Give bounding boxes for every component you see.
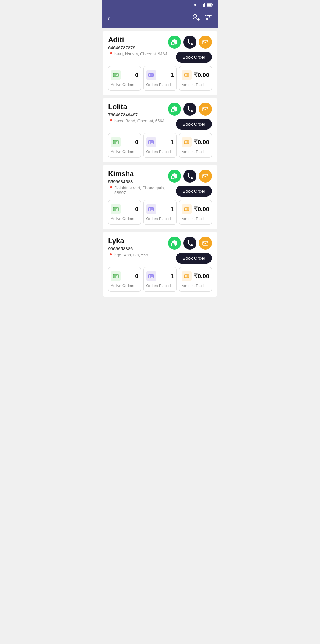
customer-phone-lolita: 766467849497 — [108, 112, 168, 117]
active-orders-box-aditi[interactable]: 0 Active Orders — [108, 66, 141, 91]
call-icon — [187, 39, 193, 45]
svg-point-71 — [186, 275, 187, 277]
email-button-lolita[interactable] — [199, 103, 212, 116]
customer-info-lyka: Lyka 9966658886 📍 hgg, Vhh, Gh, 556 — [108, 237, 168, 258]
email-icon — [202, 173, 209, 179]
email-icon — [202, 240, 209, 246]
amount-paid-value-kimsha: ₹0.00 — [194, 205, 209, 213]
active-orders-value-kimsha: 0 — [135, 206, 138, 213]
svg-point-13 — [206, 15, 207, 16]
customer-name-lyka: Lyka — [108, 237, 168, 245]
amount-paid-icon-aditi — [182, 70, 192, 80]
amount-paid-box-kimsha[interactable]: ₹0.00 Amount Paid — [179, 200, 212, 225]
svg-marker-3 — [201, 6, 201, 7]
amount-paid-icon-kimsha — [182, 204, 192, 214]
orders-placed-label-lolita: Orders Placed — [146, 149, 171, 154]
orders-placed-icon-kimsha — [146, 204, 156, 214]
whatsapp-button-lolita[interactable] — [168, 103, 181, 116]
customer-name-lolita: Lolita — [108, 103, 168, 111]
customer-phone-kimsha: 5596684588 — [108, 179, 168, 184]
active-orders-box-lolita[interactable]: 0 Active Orders — [108, 133, 141, 158]
call-button-aditi[interactable] — [183, 36, 196, 49]
orders-placed-value-aditi: 1 — [171, 72, 174, 79]
customer-phone-lyka: 9966658886 — [108, 246, 168, 251]
orders-placed-box-kimsha[interactable]: 1 Orders Placed — [143, 200, 176, 225]
add-user-icon[interactable] — [192, 13, 200, 23]
email-button-kimsha[interactable] — [199, 170, 212, 183]
amount-paid-top-kimsha: ₹0.00 — [182, 204, 209, 214]
amount-paid-svg — [184, 206, 189, 212]
location-icon-aditi: 📍 — [108, 52, 113, 57]
whatsapp-icon — [171, 106, 178, 112]
amount-paid-icon-lyka — [182, 271, 192, 281]
active-orders-icon-kimsha — [111, 204, 121, 214]
active-orders-top-aditi: 0 — [111, 70, 138, 80]
book-order-button-lolita[interactable]: Book Order — [176, 119, 212, 130]
customer-actions-lyka: Book Order — [168, 237, 212, 264]
stats-row-kimsha: 0 Active Orders 1 Orders — [108, 200, 212, 225]
email-button-lyka[interactable] — [199, 237, 212, 250]
svg-rect-31 — [203, 107, 208, 111]
action-icons-aditi — [168, 36, 212, 49]
orders-placed-top-aditi: 1 — [146, 70, 174, 80]
address-text-lolita: bsbs, Bdnd, Chennai, 6564 — [114, 119, 164, 123]
active-orders-top-lyka: 0 — [111, 271, 138, 281]
svg-marker-0 — [204, 3, 205, 7]
amount-paid-svg — [184, 273, 189, 279]
email-button-aditi[interactable] — [199, 36, 212, 49]
amount-paid-box-lyka[interactable]: ₹0.00 Amount Paid — [179, 267, 212, 292]
customer-address-lyka: 📍 hgg, Vhh, Gh, 556 — [108, 253, 168, 258]
status-right — [194, 2, 213, 7]
customer-card-kimsha: Kimsha 5596684588 📍 Dolphin street, Chan… — [103, 165, 217, 229]
call-icon — [187, 240, 193, 246]
call-button-lyka[interactable] — [183, 237, 196, 250]
customer-top-lyka: Lyka 9966658886 📍 hgg, Vhh, Gh, 556 — [108, 237, 212, 264]
active-orders-svg — [113, 273, 119, 279]
orders-placed-label-aditi: Orders Placed — [146, 82, 171, 87]
svg-marker-2 — [202, 5, 202, 7]
active-orders-svg — [113, 206, 119, 212]
signal-dot — [194, 4, 196, 6]
location-icon-lyka: 📍 — [108, 253, 113, 258]
address-text-kimsha: Dolphin street, Chandigarh, 58997 — [114, 186, 168, 195]
svg-rect-16 — [203, 40, 208, 44]
customer-top-kimsha: Kimsha 5596684588 📍 Dolphin street, Chan… — [108, 170, 212, 197]
back-button[interactable]: ‹ — [108, 14, 110, 23]
active-orders-icon-lolita — [111, 137, 121, 147]
orders-placed-box-lolita[interactable]: 1 Orders Placed — [143, 133, 176, 158]
amount-paid-box-aditi[interactable]: ₹0.00 Amount Paid — [179, 66, 212, 91]
customer-phone-aditi: 64646787879 — [108, 45, 168, 50]
amount-paid-value-aditi: ₹0.00 — [194, 71, 209, 79]
customer-top-aditi: Aditi 64646787879 📍 bssjj, Nsnsm, Cheena… — [108, 36, 212, 63]
amount-paid-icon-lolita — [182, 137, 192, 147]
orders-placed-value-lyka: 1 — [171, 273, 174, 280]
amount-paid-value-lolita: ₹0.00 — [194, 138, 209, 146]
whatsapp-button-aditi[interactable] — [168, 36, 181, 49]
whatsapp-icon — [171, 39, 178, 45]
book-order-button-lyka[interactable]: Book Order — [176, 253, 212, 264]
active-orders-label-lolita: Active Orders — [111, 149, 134, 154]
whatsapp-button-lyka[interactable] — [168, 237, 181, 250]
active-orders-box-lyka[interactable]: 0 Active Orders — [108, 267, 141, 292]
book-order-button-aditi[interactable]: Book Order — [176, 52, 212, 63]
call-button-kimsha[interactable] — [183, 170, 196, 183]
call-button-lolita[interactable] — [183, 103, 196, 116]
whatsapp-button-kimsha[interactable] — [168, 170, 181, 183]
active-orders-box-kimsha[interactable]: 0 Active Orders — [108, 200, 141, 225]
orders-placed-icon-lolita — [146, 137, 156, 147]
svg-point-56 — [186, 208, 187, 210]
customer-top-lolita: Lolita 766467849497 📍 bsbs, Bdnd, Chenna… — [108, 103, 212, 130]
filter-icon[interactable] — [204, 13, 212, 23]
amount-paid-svg — [184, 72, 189, 78]
orders-placed-box-lyka[interactable]: 1 Orders Placed — [143, 267, 176, 292]
active-orders-label-aditi: Active Orders — [111, 82, 134, 87]
orders-placed-box-aditi[interactable]: 1 Orders Placed — [143, 66, 176, 91]
orders-placed-svg — [148, 139, 154, 145]
active-orders-icon-lyka — [111, 271, 121, 281]
whatsapp-icon — [171, 240, 178, 246]
customer-info-aditi: Aditi 64646787879 📍 bssjj, Nsnsm, Cheena… — [108, 36, 168, 57]
filter-svg — [204, 13, 212, 21]
amount-paid-box-lolita[interactable]: ₹0.00 Amount Paid — [179, 133, 212, 158]
status-bar — [102, 0, 218, 9]
book-order-button-kimsha[interactable]: Book Order — [176, 186, 212, 197]
